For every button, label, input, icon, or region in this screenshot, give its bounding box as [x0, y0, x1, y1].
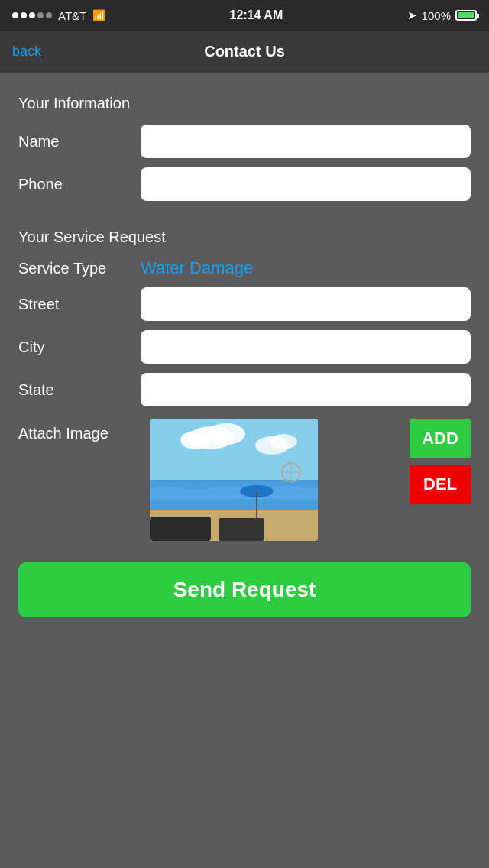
send-request-button[interactable]: Send Request	[18, 562, 471, 617]
name-row: Name	[18, 125, 471, 158]
signal-dots	[12, 12, 52, 18]
location-icon: ➤	[407, 8, 417, 22]
state-label: State	[18, 381, 141, 399]
your-information-label: Your Information	[18, 95, 471, 112]
wifi-icon: 📶	[92, 9, 105, 21]
carrier-label: AT&T	[58, 9, 86, 22]
signal-dot-3	[29, 12, 35, 18]
attach-image-row: Attach Image	[18, 419, 471, 541]
signal-dot-5	[46, 12, 52, 18]
status-time: 12:14 AM	[230, 8, 283, 22]
state-row: State	[18, 373, 471, 406]
delete-image-button[interactable]: DEL	[410, 465, 471, 504]
signal-dot-4	[37, 12, 44, 18]
street-input[interactable]	[141, 287, 471, 321]
status-right: ➤ 100%	[407, 8, 477, 22]
svg-point-5	[270, 434, 297, 449]
svg-rect-10	[150, 517, 211, 541]
svg-point-2	[207, 423, 245, 445]
status-bar: AT&T 📶 12:14 AM ➤ 100%	[0, 0, 489, 31]
svg-point-3	[180, 431, 211, 449]
attach-image-label: Attach Image	[18, 419, 141, 442]
street-label: Street	[18, 296, 141, 313]
city-label: City	[18, 338, 141, 356]
signal-dot-2	[21, 12, 27, 18]
add-image-button[interactable]: ADD	[410, 419, 471, 458]
content-area: Your Information Name Phone Your Service…	[0, 73, 489, 656]
service-type-row: Service Type Water Damage	[18, 258, 471, 278]
phone-input[interactable]	[141, 167, 471, 201]
attached-image-preview	[150, 419, 318, 541]
name-input[interactable]	[141, 125, 471, 158]
state-input[interactable]	[141, 373, 471, 406]
name-label: Name	[18, 133, 141, 151]
service-type-value[interactable]: Water Damage	[141, 258, 253, 278]
attach-action-buttons: ADD DEL	[410, 419, 471, 504]
city-row: City	[18, 330, 471, 364]
divider-1	[18, 210, 471, 222]
signal-dot-1	[12, 12, 18, 18]
service-request-label: Your Service Request	[18, 228, 471, 246]
battery-fill	[458, 12, 474, 18]
battery-percent: 100%	[422, 9, 451, 22]
beach-scene-svg	[150, 419, 318, 541]
city-input[interactable]	[141, 330, 471, 364]
back-button[interactable]: back	[12, 44, 41, 60]
battery-icon	[455, 10, 477, 21]
status-left: AT&T 📶	[12, 9, 105, 22]
svg-rect-11	[219, 518, 264, 541]
service-type-label: Service Type	[18, 260, 141, 277]
nav-bar: back Contact Us	[0, 31, 489, 73]
street-row: Street	[18, 287, 471, 321]
nav-title: Contact Us	[204, 43, 285, 60]
phone-row: Phone	[18, 167, 471, 201]
phone-label: Phone	[18, 176, 141, 193]
attach-image-container	[150, 419, 394, 541]
